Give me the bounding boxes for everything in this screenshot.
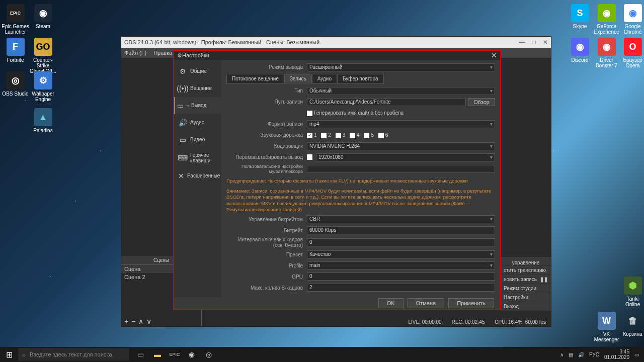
output-tab[interactable]: Потоковое вещание — [226, 74, 284, 83]
muxer-input[interactable] — [307, 165, 495, 173]
gpu-input[interactable]: 0 — [307, 273, 495, 281]
sidebar-item[interactable]: ⌨Горячие клавиши — [174, 148, 221, 167]
pause-icon[interactable]: ❚❚ — [540, 277, 548, 282]
format-warning: Предупреждение: Некоторые форматы (такие… — [226, 176, 495, 186]
desktop-icon[interactable]: ◎OBS Studio — [2, 71, 29, 97]
audio-track-checkbox[interactable] — [336, 133, 341, 138]
minimize-icon[interactable]: — — [519, 39, 525, 46]
audio-track-checkbox[interactable] — [364, 133, 369, 138]
task-view-button[interactable]: ▭ — [133, 347, 148, 362]
desktop-icon[interactable]: ⚙Wallpaper Engine — [29, 71, 57, 102]
sidebar-item[interactable]: ((•))Вещание — [174, 80, 221, 97]
menu-item[interactable]: Файл (F) — [124, 50, 146, 56]
desktop-icon[interactable]: EPICEpic Games Launcher — [2, 4, 29, 35]
desktop-icon[interactable]: ◉Discord — [566, 38, 594, 63]
status-bar: LIVE: 00:00:00REC: 00:02:45CPU: 16.4%, 6… — [403, 317, 551, 326]
audio-track-checkbox[interactable] — [307, 133, 312, 138]
output-tab[interactable]: Аудио — [312, 74, 337, 83]
explorer-icon[interactable]: ▬ — [150, 347, 165, 362]
audio-track-checkbox[interactable] — [350, 133, 355, 138]
start-button[interactable]: ⊞ — [0, 347, 18, 362]
keyint-input[interactable]: 0 — [307, 238, 495, 246]
studio-mode-button[interactable]: Режим студии — [501, 284, 551, 293]
encoder-select[interactable]: NVIDIA NVENC H.264 — [307, 142, 495, 150]
sidebar-item[interactable]: 🔊Аудио — [174, 114, 221, 131]
notifications-icon[interactable]: ▭ — [634, 352, 639, 357]
controls-panel: управление стить трансляцию новить запис… — [501, 257, 551, 311]
bframes-input[interactable]: 2 — [307, 284, 495, 292]
sidebar-icon: ((•)) — [178, 84, 187, 93]
sidebar-item[interactable]: ✕Расширенные — [174, 167, 221, 185]
sidebar-item[interactable]: ▭→Вывод — [174, 97, 221, 114]
mp4-warning: Внимание: Записи, сохранённые в MP4/MOV … — [226, 186, 495, 215]
system-tray[interactable]: ∧ ▤ 🔊 РУС 3:4501.01.2020 ▭ — [555, 349, 644, 360]
settings-titlebar[interactable]: ⚙ Настройки ✕ — [174, 51, 500, 60]
network-icon[interactable]: ▤ — [569, 352, 573, 357]
rescale-checkbox[interactable] — [307, 154, 312, 160]
tray-chevron-icon[interactable]: ∧ — [560, 352, 564, 357]
obs-icon[interactable]: ◎ — [201, 347, 216, 362]
settings-content: Режим выводаРасширенный Потоковое вещани… — [221, 60, 500, 298]
rescale-select[interactable]: 1920x1080 — [316, 153, 495, 161]
recording-path-input[interactable]: C:/Users/Александр/Videos/Fortnite — [307, 98, 466, 106]
exit-button[interactable]: Выход — [501, 302, 551, 311]
output-tab[interactable]: Буфер повтора — [337, 74, 384, 83]
desktop-icon[interactable]: SSkype — [566, 4, 594, 29]
sidebar-icon: 🔊 — [178, 118, 187, 127]
desktop-icon[interactable]: ◉GeForce Experience — [593, 4, 620, 35]
search-box[interactable]: ⌕ Введите здесь текст для поиска — [18, 348, 129, 361]
taskbar: ⊞ ⌕ Введите здесь текст для поиска ▭ ▬ E… — [0, 347, 644, 362]
sidebar-icon: ▭→ — [179, 101, 188, 110]
ok-button[interactable]: OK — [378, 298, 404, 308]
desktop-icon[interactable]: ⬢Tanki Online — [619, 277, 644, 307]
output-mode-select[interactable]: Расширенный — [307, 63, 495, 71]
bitrate-input[interactable]: 60000 Kbps — [307, 226, 495, 234]
desktop-icon[interactable]: 🗑Корзина — [619, 312, 644, 337]
desktop-icon[interactable]: ◉Google Chrome — [619, 4, 644, 35]
sidebar-icon: ⚙ — [178, 67, 187, 76]
audio-track-checkbox[interactable] — [378, 133, 384, 138]
sidebar-item[interactable]: ▭Видео — [174, 131, 221, 148]
scene-down-button[interactable]: ∨ — [146, 317, 151, 325]
rate-control-select[interactable]: CBR — [307, 215, 495, 223]
desktop-icon[interactable]: OБраузер Opera — [619, 38, 644, 68]
scene-up-button[interactable]: ∧ — [138, 317, 143, 325]
profile-select[interactable]: main — [307, 261, 495, 269]
volume-icon[interactable]: 🔊 — [578, 352, 584, 357]
desktop-icon[interactable]: FFortnite — [2, 38, 29, 63]
desktop-icon[interactable]: ◉Driver Booster 7 — [593, 38, 620, 68]
apply-button[interactable]: Применить — [448, 298, 494, 308]
sidebar-icon: ▭ — [178, 135, 187, 144]
close-icon[interactable]: ✕ — [543, 39, 548, 46]
desktop-icon[interactable]: ▲Paladins — [29, 108, 57, 133]
close-icon[interactable]: ✕ — [491, 51, 497, 59]
desktop-icon[interactable]: GOCounter-Strike Global Off... — [29, 38, 57, 74]
output-tab[interactable]: Запись — [284, 74, 312, 83]
settings-button[interactable]: Настройки — [501, 293, 551, 302]
audio-track-checkbox[interactable] — [321, 133, 327, 138]
obs-title-text: OBS 24.0.3 (64-bit, windows) - Профиль: … — [124, 39, 319, 45]
add-scene-button[interactable]: + — [124, 317, 128, 325]
sidebar-item[interactable]: ⚙Общие — [174, 63, 221, 80]
desktop-icon[interactable]: ◉Steam — [29, 4, 57, 29]
preset-select[interactable]: Качество — [307, 250, 495, 258]
maximize-icon[interactable]: □ — [532, 39, 536, 46]
no-space-checkbox[interactable] — [307, 111, 312, 116]
recording-type-select[interactable]: Обычный — [307, 87, 495, 95]
obs-titlebar[interactable]: OBS 24.0.3 (64-bit, windows) - Профиль: … — [121, 37, 551, 48]
clock[interactable]: 3:4501.01.2020 — [604, 349, 629, 360]
start-stream-button[interactable]: стить трансляцию — [501, 266, 551, 275]
settings-sidebar: ⚙Общие((•))Вещание▭→Вывод🔊Аудио▭Видео⌨Го… — [174, 60, 221, 298]
epic-icon[interactable]: EPIC — [167, 347, 182, 362]
sidebar-icon: ✕ — [178, 171, 184, 180]
remove-scene-button[interactable]: − — [131, 317, 135, 325]
sidebar-icon: ⌨ — [178, 153, 187, 162]
chrome-icon[interactable]: ◉ — [184, 347, 199, 362]
settings-dialog: ⚙ Настройки ✕ ⚙Общие((•))Вещание▭→Вывод🔊… — [173, 50, 501, 310]
recording-format-select[interactable]: mp4 — [307, 120, 495, 128]
stop-record-button[interactable]: новить запись❚❚ — [501, 275, 551, 284]
cancel-button[interactable]: Отмена — [408, 298, 444, 308]
desktop-icon[interactable]: WVK Messenger — [593, 312, 620, 342]
browse-button[interactable]: Обзор — [468, 98, 495, 106]
